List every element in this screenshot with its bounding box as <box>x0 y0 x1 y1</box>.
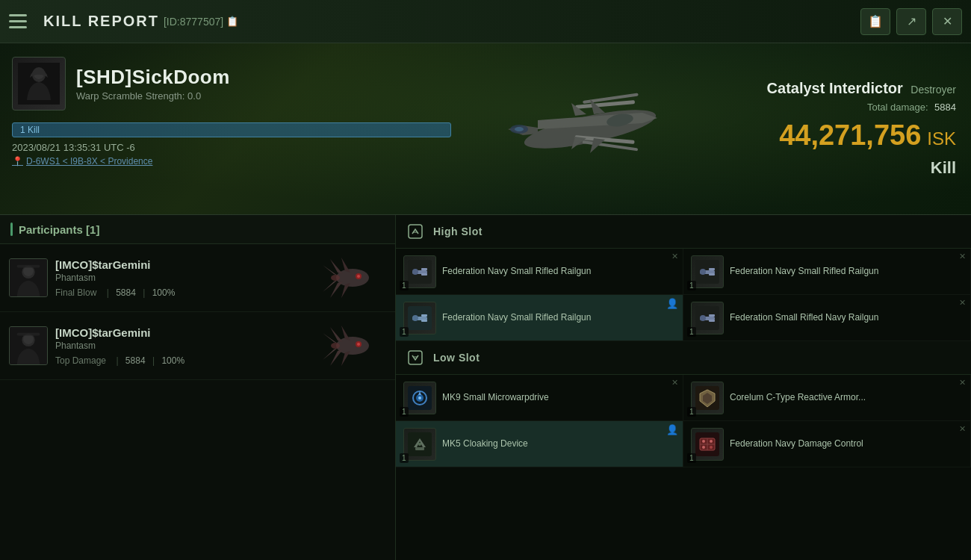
participant-name-1: [IMCO]$tarGemini <box>55 258 311 271</box>
high-slot-item-2-icon <box>691 255 724 288</box>
high-slot-header: High Slot <box>396 215 971 249</box>
main-content: Participants [1] [IMCO]$tarGemini Phanta… <box>0 215 971 560</box>
low-slot-item-4-qty: 1 <box>687 453 696 463</box>
participant-info-2: [IMCO]$tarGemini Phantasm Top Damage | 5… <box>55 326 311 366</box>
low-slot-item-1-close[interactable]: ✕ <box>671 378 678 388</box>
close-button[interactable]: ✕ <box>932 8 962 35</box>
svg-point-15 <box>336 269 369 287</box>
svg-rect-48 <box>709 314 715 317</box>
clipboard-button[interactable]: 📋 <box>860 8 890 35</box>
svg-point-19 <box>331 275 340 281</box>
svg-rect-33 <box>421 268 427 270</box>
warp-scramble-strength: Warp Scramble Strength: 0.0 <box>76 90 451 102</box>
participants-panel: Participants [1] [IMCO]$tarGemini Phanta… <box>0 215 396 560</box>
high-slot-item-3[interactable]: 1 Federation Navy Small Rifled Railgun 👤 <box>396 295 683 341</box>
low-slot-item-3-name: MK5 Cloaking Device <box>442 438 675 450</box>
kill-count-badge[interactable]: 1 Kill <box>12 122 451 137</box>
ship-type-line: Catalyst Interdictor Destroyer <box>767 80 956 97</box>
svg-point-67 <box>702 446 705 449</box>
participant-ship-img-1 <box>319 252 386 304</box>
low-slot-item-4-icon <box>691 428 724 461</box>
page-title: KILL REPORT <box>43 13 159 30</box>
low-slot-item-4-name: Federation Navy Damage Control <box>730 438 963 450</box>
low-slot-item-1-qty: 1 <box>400 407 409 417</box>
participant-card-2[interactable]: [IMCO]$tarGemini Phantasm Top Damage | 5… <box>0 312 395 380</box>
svg-rect-34 <box>421 273 427 276</box>
participant-ship-img-2 <box>319 320 386 372</box>
high-slot-title: High Slot <box>433 225 483 237</box>
low-slot-item-1[interactable]: 1 MK9 Small Microwarpdrive ✕ <box>396 375 683 421</box>
low-slot-item-3-qty: 1 <box>400 453 409 463</box>
participant-card-1[interactable]: [IMCO]$tarGemini Phantasm Final Blow | 5… <box>0 244 395 312</box>
location-text: D-6WS1 < I9B-8X < Providence <box>26 156 152 167</box>
high-slot-item-4-qty: 1 <box>687 327 696 337</box>
low-slot-item-4[interactable]: 1 Feder <box>683 421 971 467</box>
participant-info-1: [IMCO]$tarGemini Phantasm Final Blow | 5… <box>55 258 311 298</box>
svg-point-13 <box>23 267 33 276</box>
ship-display <box>463 43 717 214</box>
low-slot-item-4-close[interactable]: ✕ <box>959 424 966 434</box>
accent-bar <box>10 223 13 236</box>
svg-point-24 <box>336 337 369 355</box>
svg-point-28 <box>331 343 340 349</box>
kill-type-badge: Kill <box>931 158 956 178</box>
svg-point-10 <box>515 127 524 131</box>
svg-point-50 <box>700 315 706 321</box>
svg-point-27 <box>357 343 360 346</box>
high-slot-item-1-close[interactable]: ✕ <box>671 252 678 261</box>
ship-class: Destroyer <box>910 84 956 96</box>
high-slot-item-2-close[interactable]: ✕ <box>959 252 966 261</box>
participant-role-label-1: Final Blow <box>55 287 96 298</box>
high-slot-item-4[interactable]: 1 Federation Small Rifled Navy Railgun ✕ <box>683 295 971 341</box>
high-slot-item-1[interactable]: 1 Federation Navy Small Rifled Railgun ✕ <box>396 249 683 295</box>
total-damage-label: Total damage: <box>867 102 928 113</box>
svg-rect-44 <box>421 320 427 322</box>
low-slot-title: Low Slot <box>433 352 480 364</box>
low-slot-item-3-person-icon: 👤 <box>666 424 678 435</box>
high-slot-item-4-close[interactable]: ✕ <box>959 298 966 308</box>
svg-rect-23 <box>17 333 40 336</box>
low-slot-item-2-close[interactable]: ✕ <box>959 378 966 388</box>
svg-rect-43 <box>421 314 427 317</box>
low-slot-header: Low Slot <box>396 341 971 375</box>
svg-point-65 <box>702 440 705 443</box>
victim-row: [SHD]SickDoom Warp Scramble Strength: 0.… <box>12 57 451 111</box>
svg-point-66 <box>710 440 713 443</box>
high-slot-item-2[interactable]: 1 Federation Navy Small Rifled Railgun ✕ <box>683 249 971 295</box>
copy-id-icon[interactable]: 📋 <box>226 16 238 27</box>
svg-point-3 <box>521 102 659 156</box>
svg-point-35 <box>412 269 418 275</box>
high-slot-item-3-person-icon: 👤 <box>666 298 678 309</box>
participant-damage-2: 5884 <box>125 355 146 366</box>
participant-stats-2: Top Damage | 5884 | 100% <box>55 355 311 366</box>
high-slot-icon <box>405 221 426 242</box>
high-slot-item-3-icon <box>403 302 436 335</box>
participant-percent-2: 100% <box>161 355 184 366</box>
menu-button[interactable] <box>9 8 36 35</box>
share-button[interactable]: ↗ <box>896 8 926 35</box>
ship-type-name: Catalyst Interdictor <box>767 80 903 96</box>
fit-panel: High Slot 1 Federation Na <box>396 215 971 560</box>
high-slot-item-4-icon <box>691 302 724 335</box>
svg-point-18 <box>357 275 360 278</box>
svg-point-22 <box>23 335 33 344</box>
report-id: [ID:8777507] <box>164 16 223 28</box>
high-slot-section: High Slot 1 Federation Na <box>396 215 971 341</box>
low-slot-item-3[interactable]: 1 MK5 Cloaking Device 👤 <box>396 421 683 467</box>
high-slot-item-3-qty: 1 <box>400 327 409 337</box>
participant-avatar-2 <box>9 326 48 365</box>
kill-summary: Catalyst Interdictor Destroyer Total dam… <box>717 43 971 214</box>
total-damage-value: 5884 <box>934 102 956 113</box>
participant-damage-1: 5884 <box>116 287 136 298</box>
app-header: KILL REPORT [ID:8777507] 📋 📋 ↗ ✕ <box>0 0 971 43</box>
header-actions: 📋 ↗ ✕ <box>860 8 962 35</box>
victim-avatar <box>12 57 66 111</box>
low-slot-item-3-icon <box>403 428 436 461</box>
low-slot-item-2[interactable]: 1 Corelum C-Type Reactive Armor... ✕ <box>683 375 971 421</box>
participant-percent-1: 100% <box>152 287 176 298</box>
kill-location[interactable]: 📍 D-6WS1 < I9B-8X < Providence <box>12 156 451 167</box>
low-slot-grid: 1 MK9 Small Microwarpdrive ✕ <box>396 375 971 467</box>
svg-rect-51 <box>409 351 422 364</box>
svg-rect-39 <box>709 273 715 276</box>
svg-point-40 <box>700 269 706 275</box>
